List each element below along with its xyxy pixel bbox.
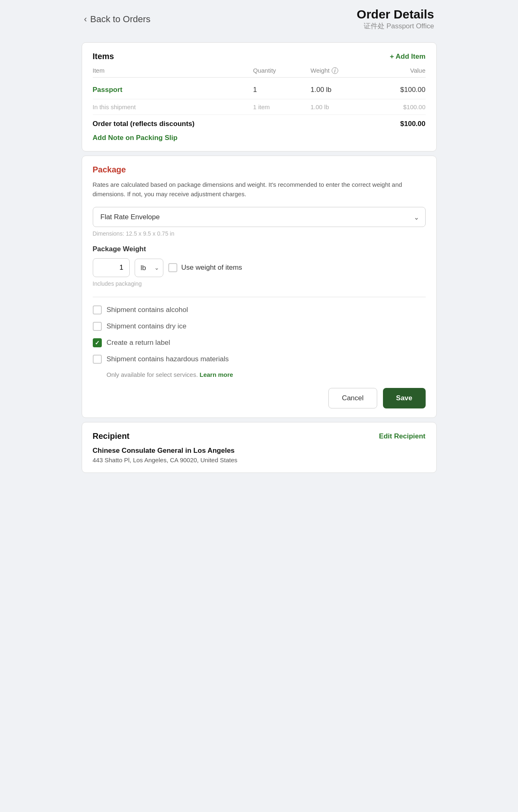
alcohol-checkbox-option[interactable]: Shipment contains alcohol: [93, 305, 426, 314]
table-row: Passport 1 1.00 lb $100.00: [93, 81, 426, 99]
package-type-select-wrapper: Flat Rate Envelope Custom Package Flat R…: [93, 207, 426, 227]
hazmat-note-text: Only available for select services.: [107, 371, 198, 378]
add-item-button[interactable]: + Add Item: [390, 53, 426, 61]
alcohol-label: Shipment contains alcohol: [107, 306, 188, 314]
order-total-row: Order total (reflects discounts) $100.00: [93, 115, 426, 132]
use-weight-checkbox-label[interactable]: Use weight of items: [168, 263, 242, 272]
hazmat-note: Only available for select services. Lear…: [107, 371, 426, 378]
summary-weight: 1.00 lb: [311, 103, 376, 110]
order-total-label: Order total (reflects discounts): [93, 120, 195, 128]
back-arrow-icon: ‹: [84, 14, 87, 25]
dry-ice-label: Shipment contains dry ice: [107, 322, 187, 330]
alcohol-checkbox[interactable]: [93, 305, 102, 314]
hazmat-checkbox-option[interactable]: Shipment contains hazardous materials: [93, 355, 426, 364]
item-name[interactable]: Passport: [93, 86, 253, 94]
page-title: Order Details: [357, 7, 434, 21]
table-header: Item Quantity Weight i Value: [93, 67, 426, 78]
recipient-title: Recipient: [93, 431, 130, 441]
save-button[interactable]: Save: [383, 388, 426, 408]
use-weight-label-text: Use weight of items: [181, 264, 242, 272]
recipient-name: Chinese Consulate General in Los Angeles: [93, 447, 426, 455]
package-description: Rates are calculated based on package di…: [93, 180, 426, 199]
package-weight-label: Package Weight: [93, 245, 426, 253]
package-title: Package: [93, 165, 426, 174]
hazmat-checkbox[interactable]: [93, 355, 102, 364]
items-card: Items + Add Item Item Quantity Weight i …: [82, 42, 437, 151]
weight-label: Weight: [311, 67, 330, 74]
return-label-checkbox[interactable]: [93, 338, 102, 347]
header-right: Order Details 证件处 Passport Office: [357, 7, 434, 31]
edit-recipient-button[interactable]: Edit Recipient: [379, 432, 425, 440]
weight-input[interactable]: [93, 258, 130, 277]
col-item-header: Item: [93, 67, 253, 74]
page-header: ‹ Back to Orders Order Details 证件处 Passp…: [76, 0, 442, 38]
hazmat-section: Shipment contains hazardous materials On…: [93, 355, 426, 378]
package-card: Package Rates are calculated based on pa…: [82, 156, 437, 418]
dimensions-label: Dimensions: 12.5 x 9.5 x 0.75 in: [93, 230, 426, 237]
package-type-select[interactable]: Flat Rate Envelope Custom Package Flat R…: [93, 207, 426, 227]
divider: [93, 297, 426, 297]
summary-quantity: 1 item: [253, 103, 311, 110]
recipient-address: 443 Shatto Pl, Los Angeles, CA 90020, Un…: [93, 456, 426, 463]
dry-ice-checkbox-option[interactable]: Shipment contains dry ice: [93, 322, 426, 331]
col-value-header: Value: [376, 67, 426, 74]
packing-slip-link[interactable]: Add Note on Packing Slip: [93, 134, 178, 142]
items-header: Items + Add Item: [93, 52, 426, 61]
summary-value: $100.00: [376, 103, 426, 110]
unit-select-wrapper: lb oz kg g ⌄: [135, 259, 163, 277]
includes-packaging-text: Includes packaging: [93, 280, 426, 287]
hazmat-learn-more-link[interactable]: Learn more: [199, 371, 233, 378]
item-quantity: 1: [253, 86, 311, 94]
recipient-header: Recipient Edit Recipient: [93, 431, 426, 441]
items-title: Items: [93, 52, 114, 61]
order-total-value: $100.00: [400, 120, 425, 128]
weight-info-icon[interactable]: i: [332, 67, 338, 74]
col-weight-header: Weight i: [311, 67, 376, 74]
return-label-checkbox-option[interactable]: Create a return label: [93, 338, 426, 347]
use-weight-checkbox[interactable]: [168, 263, 177, 272]
card-actions: Cancel Save: [93, 388, 426, 408]
back-label: Back to Orders: [90, 14, 151, 25]
recipient-card: Recipient Edit Recipient Chinese Consula…: [82, 422, 437, 473]
unit-select[interactable]: lb oz kg g: [135, 259, 163, 277]
item-weight: 1.00 lb: [311, 86, 376, 94]
summary-label: In this shipment: [93, 103, 253, 110]
hazmat-label: Shipment contains hazardous materials: [107, 355, 229, 363]
item-value: $100.00: [376, 86, 426, 94]
cancel-button[interactable]: Cancel: [328, 388, 377, 408]
weight-input-row: lb oz kg g ⌄ Use weight of items: [93, 258, 426, 277]
return-label-label: Create a return label: [107, 339, 170, 347]
order-subtitle: 证件处 Passport Office: [357, 21, 434, 31]
summary-row: In this shipment 1 item 1.00 lb $100.00: [93, 99, 426, 115]
back-to-orders-link[interactable]: ‹ Back to Orders: [84, 14, 151, 25]
dry-ice-checkbox[interactable]: [93, 322, 102, 331]
col-quantity-header: Quantity: [253, 67, 311, 74]
